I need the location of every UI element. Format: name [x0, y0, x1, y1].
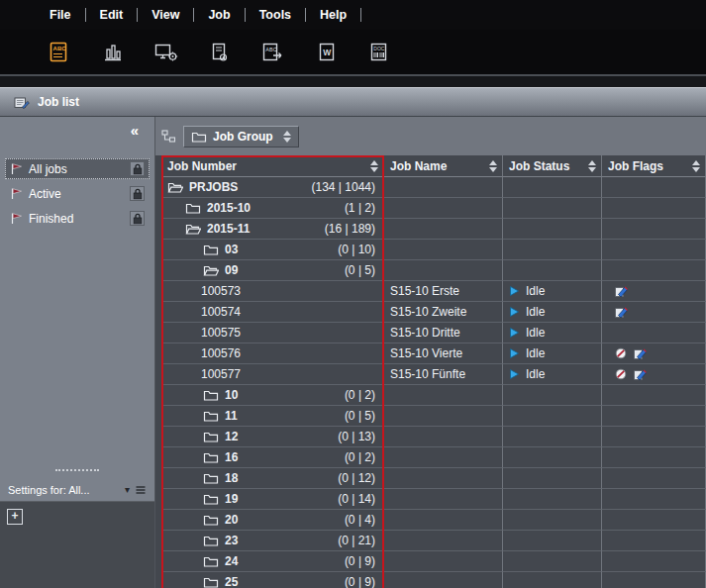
- table-cell-status[interactable]: [503, 260, 602, 281]
- table-cell-status[interactable]: [503, 406, 602, 427]
- table-cell-flags[interactable]: [602, 510, 706, 531]
- table-row-number[interactable]: 100577: [161, 364, 384, 385]
- table-row-number[interactable]: 16(0 | 2): [161, 447, 384, 468]
- table-row-number[interactable]: 100574: [161, 302, 384, 323]
- sidebar-item-finished[interactable]: Finished: [5, 208, 150, 229]
- table-cell-status[interactable]: Idle: [503, 343, 602, 364]
- table-cell-flags[interactable]: [602, 240, 706, 260]
- table-row-number[interactable]: 09(0 | 5): [161, 260, 384, 281]
- table-cell-status[interactable]: Idle: [503, 364, 602, 385]
- table-cell-status[interactable]: [503, 572, 602, 588]
- table-cell-status[interactable]: [503, 510, 602, 531]
- table-row-number[interactable]: 23(0 | 21): [161, 531, 384, 551]
- table-cell-status[interactable]: Idle: [503, 281, 602, 302]
- menu-item-job[interactable]: Job: [196, 4, 242, 26]
- table-cell-name[interactable]: [384, 468, 503, 489]
- job-group-button[interactable]: Job Group: [183, 126, 299, 147]
- table-cell-status[interactable]: [503, 177, 602, 198]
- column-header-job-status[interactable]: Job Status: [503, 155, 602, 177]
- table-cell-status[interactable]: [503, 551, 602, 572]
- menu-item-tools[interactable]: Tools: [248, 4, 303, 26]
- sort-toggle-icon[interactable]: [588, 160, 596, 172]
- table-cell-name[interactable]: [384, 219, 503, 240]
- barcode-tool-icon[interactable]: DOC: [366, 39, 393, 65]
- table-cell-name[interactable]: S15-10 Zweite: [384, 302, 503, 323]
- table-cell-name[interactable]: [384, 489, 503, 510]
- expand-settings-button[interactable]: +: [7, 509, 23, 525]
- sidebar-item-all-jobs[interactable]: All jobs: [5, 158, 150, 179]
- table-row-number[interactable]: 11(0 | 5): [161, 406, 384, 427]
- table-cell-flags[interactable]: [602, 343, 706, 364]
- table-row-number[interactable]: 24(0 | 9): [161, 551, 384, 572]
- sidebar-item-active[interactable]: Active: [5, 183, 150, 204]
- table-row-number[interactable]: 12(0 | 13): [161, 427, 384, 447]
- table-cell-name[interactable]: [384, 406, 503, 427]
- menu-item-view[interactable]: View: [140, 4, 191, 26]
- table-cell-status[interactable]: [503, 489, 602, 510]
- sidebar-collapse-button[interactable]: «: [131, 123, 139, 138]
- table-cell-name[interactable]: S15-10 Erste: [384, 281, 503, 302]
- menu-item-help[interactable]: Help: [308, 4, 358, 26]
- table-cell-name[interactable]: S15-10 Fünfte: [384, 364, 503, 385]
- table-cell-name[interactable]: S15-10 Vierte: [384, 343, 503, 364]
- table-cell-name[interactable]: [384, 240, 503, 260]
- job-group-spinner[interactable]: [283, 131, 291, 143]
- table-cell-flags[interactable]: [602, 551, 706, 572]
- table-cell-name[interactable]: [384, 551, 503, 572]
- lock-icon[interactable]: [130, 161, 145, 176]
- table-cell-flags[interactable]: [602, 323, 706, 343]
- table-cell-flags[interactable]: [602, 572, 706, 588]
- table-row-number[interactable]: 03(0 | 10): [161, 240, 384, 260]
- table-cell-status[interactable]: Idle: [503, 323, 602, 343]
- table-row-number[interactable]: 100573: [161, 281, 384, 302]
- table-row-number[interactable]: 2015-10(1 | 2): [161, 198, 384, 219]
- rename-tool-icon[interactable]: ABC: [259, 39, 286, 65]
- table-cell-flags[interactable]: [602, 364, 706, 385]
- table-cell-flags[interactable]: [602, 531, 706, 551]
- table-cell-flags[interactable]: [602, 302, 706, 323]
- table-cell-status[interactable]: [503, 427, 602, 447]
- table-cell-status[interactable]: [503, 447, 602, 468]
- table-row-number[interactable]: 20(0 | 4): [161, 510, 384, 531]
- table-cell-flags[interactable]: [602, 219, 706, 240]
- job-list-tool-icon[interactable]: ABC: [46, 39, 72, 65]
- table-row-number[interactable]: 10(0 | 2): [161, 385, 384, 406]
- job-settings-tool-icon[interactable]: [206, 39, 233, 65]
- table-cell-flags[interactable]: [602, 406, 706, 427]
- column-header-job-flags[interactable]: Job Flags: [602, 155, 706, 177]
- table-cell-status[interactable]: [503, 198, 602, 219]
- table-cell-flags[interactable]: [602, 468, 706, 489]
- table-cell-flags[interactable]: [602, 281, 706, 302]
- lock-icon[interactable]: [130, 186, 145, 201]
- table-cell-name[interactable]: [384, 427, 503, 447]
- table-cell-name[interactable]: S15-10 Dritte: [384, 323, 503, 343]
- settings-selector[interactable]: Settings for: All... ▾: [0, 479, 154, 501]
- table-cell-name[interactable]: [384, 260, 503, 281]
- sort-toggle-icon[interactable]: [370, 160, 378, 172]
- report-tool-icon[interactable]: W: [313, 39, 340, 65]
- table-cell-flags[interactable]: [602, 385, 706, 406]
- column-header-job-name[interactable]: Job Name: [384, 155, 503, 177]
- resources-tool-icon[interactable]: [99, 39, 126, 65]
- queue-manager-tool-icon[interactable]: [152, 39, 179, 65]
- table-cell-flags[interactable]: [602, 489, 706, 510]
- column-header-job-number[interactable]: Job Number: [161, 155, 384, 177]
- table-row-number[interactable]: PRJOBS(134 | 1044): [161, 177, 384, 198]
- table-row-number[interactable]: 100576: [161, 343, 384, 364]
- table-cell-name[interactable]: [384, 510, 503, 531]
- table-cell-flags[interactable]: [602, 260, 706, 281]
- sidebar-resize-handle[interactable]: [55, 469, 99, 471]
- table-cell-name[interactable]: [384, 385, 503, 406]
- menu-item-file[interactable]: File: [38, 4, 83, 26]
- table-cell-name[interactable]: [384, 572, 503, 588]
- table-row-number[interactable]: 19(0 | 14): [161, 489, 384, 510]
- table-row-number[interactable]: 18(0 | 12): [161, 468, 384, 489]
- table-cell-flags[interactable]: [602, 198, 706, 219]
- table-cell-status[interactable]: [503, 385, 602, 406]
- table-cell-status[interactable]: [503, 219, 602, 240]
- table-cell-status[interactable]: [503, 531, 602, 551]
- table-row-number[interactable]: 25(0 | 9): [161, 572, 384, 588]
- table-cell-name[interactable]: [384, 531, 503, 551]
- table-cell-flags[interactable]: [602, 177, 706, 198]
- table-cell-name[interactable]: [384, 447, 503, 468]
